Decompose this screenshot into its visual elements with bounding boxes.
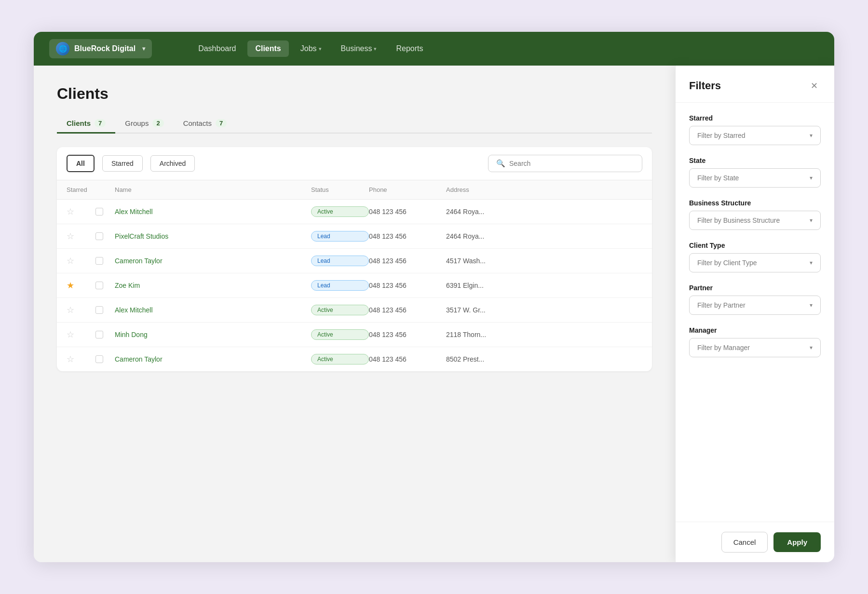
close-icon: ✕ (811, 81, 818, 91)
table-row: ☆ Cameron Taylor Lead 048 123 456 4517 W… (57, 249, 652, 273)
row-checkbox[interactable] (95, 306, 103, 314)
status-badge: Active (311, 206, 369, 217)
filter-select-business-structure[interactable]: Filter by Business Structure ▾ (689, 211, 821, 230)
page-title: Clients (57, 85, 652, 103)
row-checkbox[interactable] (95, 355, 103, 363)
filter-label-client-type: Client Type (689, 242, 821, 249)
address-text: 6391 Elgin... (446, 282, 642, 289)
status-badge: Active (311, 305, 369, 315)
table-row: ☆ Minh Dong Active 048 123 456 2118 Thor… (57, 323, 652, 347)
filter-label-state: State (689, 157, 821, 164)
filter-select-state[interactable]: Filter by State ▾ (689, 168, 821, 188)
table-row: ★ Zoe Kim Lead 048 123 456 6391 Elgin... (57, 273, 652, 298)
phone-text: 048 123 456 (369, 306, 446, 314)
nav-jobs[interactable]: Jobs ▾ (293, 40, 329, 57)
cancel-button[interactable]: Cancel (721, 532, 768, 553)
filter-group-client-type: Client Type Filter by Client Type ▾ (689, 242, 821, 272)
phone-text: 048 123 456 (369, 208, 446, 216)
filter-panel-footer: Cancel Apply (676, 522, 834, 562)
row-checkbox[interactable] (95, 257, 103, 265)
phone-text: 048 123 456 (369, 257, 446, 265)
chevron-down-icon: ▾ (810, 217, 813, 224)
filter-select-partner[interactable]: Filter by Partner ▾ (689, 296, 821, 315)
status-badge: Active (311, 329, 369, 340)
row-checkbox[interactable] (95, 208, 103, 216)
nav-menu: Dashboard Clients Jobs ▾ Business ▾ Repo… (190, 40, 431, 57)
nav-clients[interactable]: Clients (247, 40, 288, 57)
client-name[interactable]: Minh Dong (115, 331, 311, 338)
client-name[interactable]: Cameron Taylor (115, 257, 311, 265)
chevron-down-icon: ▾ (810, 132, 813, 139)
filter-starred-button[interactable]: Starred (102, 155, 143, 172)
star-icon[interactable]: ☆ (67, 329, 95, 340)
col-phone: Phone (369, 186, 446, 193)
star-icon[interactable]: ☆ (67, 256, 95, 266)
apply-button[interactable]: Apply (773, 532, 821, 552)
star-icon[interactable]: ☆ (67, 231, 95, 242)
table-toolbar: All Starred Archived 🔍 (57, 147, 652, 180)
client-name[interactable]: Cameron Taylor (115, 355, 311, 363)
navbar: 🌐 BlueRock Digital ▾ Dashboard Clients J… (34, 32, 834, 66)
filter-archived-button[interactable]: Archived (150, 155, 195, 172)
col-starred: Starred (67, 186, 95, 193)
nav-reports[interactable]: Reports (388, 40, 431, 57)
row-checkbox[interactable] (95, 232, 103, 240)
search-box[interactable]: 🔍 (488, 155, 642, 172)
filter-select-manager[interactable]: Filter by Manager ▾ (689, 338, 821, 357)
status-badge: Lead (311, 280, 369, 291)
phone-text: 048 123 456 (369, 232, 446, 240)
app-window: 🌐 BlueRock Digital ▾ Dashboard Clients J… (34, 32, 834, 562)
client-name[interactable]: PixelCraft Studios (115, 232, 311, 240)
address-text: 4517 Wash... (446, 257, 642, 265)
address-text: 3517 W. Gr... (446, 306, 642, 314)
brand-chevron-icon: ▾ (142, 45, 145, 52)
star-icon[interactable]: ★ (67, 280, 95, 291)
search-icon: 🔍 (496, 159, 505, 168)
col-name: Name (115, 186, 311, 193)
brand-logo[interactable]: 🌐 BlueRock Digital ▾ (49, 39, 152, 58)
filter-select-starred[interactable]: Filter by Starred ▾ (689, 126, 821, 145)
page-content: Clients Clients 7 Groups 2 Contacts 7 (34, 66, 675, 562)
search-input[interactable] (509, 160, 634, 167)
client-name[interactable]: Alex Mitchell (115, 208, 311, 216)
brand-name: BlueRock Digital (74, 44, 136, 53)
client-name[interactable]: Alex Mitchell (115, 306, 311, 314)
contacts-badge: 7 (216, 119, 227, 127)
clients-badge: 7 (95, 119, 106, 127)
filter-select-starred-text: Filter by Starred (697, 132, 746, 139)
row-checkbox[interactable] (95, 331, 103, 338)
nav-business[interactable]: Business ▾ (333, 40, 385, 57)
row-checkbox[interactable] (95, 282, 103, 289)
filter-select-client-type[interactable]: Filter by Client Type ▾ (689, 253, 821, 272)
filter-select-client-type-text: Filter by Client Type (697, 259, 757, 267)
filter-label-manager: Manager (689, 326, 821, 334)
filter-close-button[interactable]: ✕ (807, 79, 821, 93)
filter-select-partner-text: Filter by Partner (697, 301, 746, 309)
filter-all-button[interactable]: All (67, 155, 95, 172)
star-icon[interactable]: ☆ (67, 305, 95, 315)
page-tabs: Clients 7 Groups 2 Contacts 7 (57, 114, 652, 134)
business-chevron-icon: ▾ (374, 46, 377, 52)
star-icon[interactable]: ☆ (67, 354, 95, 364)
filter-label-partner: Partner (689, 284, 821, 292)
chevron-down-icon: ▾ (810, 175, 813, 181)
tab-groups[interactable]: Groups 2 (115, 114, 173, 134)
tab-contacts[interactable]: Contacts 7 (174, 114, 236, 134)
col-status: Status (311, 186, 369, 193)
filter-label-business-structure: Business Structure (689, 199, 821, 207)
clients-table-container: All Starred Archived 🔍 Starred Name Stat… (57, 147, 652, 371)
tab-clients[interactable]: Clients 7 (57, 114, 115, 134)
address-text: 2464 Roya... (446, 232, 642, 240)
client-name[interactable]: Zoe Kim (115, 282, 311, 289)
star-icon[interactable]: ☆ (67, 206, 95, 217)
filter-panel-header: Filters ✕ (676, 66, 834, 103)
table-row: ☆ Cameron Taylor Active 048 123 456 8502… (57, 347, 652, 371)
filter-group-manager: Manager Filter by Manager ▾ (689, 326, 821, 357)
groups-badge: 2 (152, 119, 163, 127)
status-badge: Lead (311, 256, 369, 266)
nav-dashboard[interactable]: Dashboard (190, 40, 244, 57)
col-checkbox (95, 186, 115, 193)
table-row: ☆ Alex Mitchell Active 048 123 456 2464 … (57, 200, 652, 224)
address-text: 2118 Thorn... (446, 331, 642, 338)
filter-group-partner: Partner Filter by Partner ▾ (689, 284, 821, 315)
